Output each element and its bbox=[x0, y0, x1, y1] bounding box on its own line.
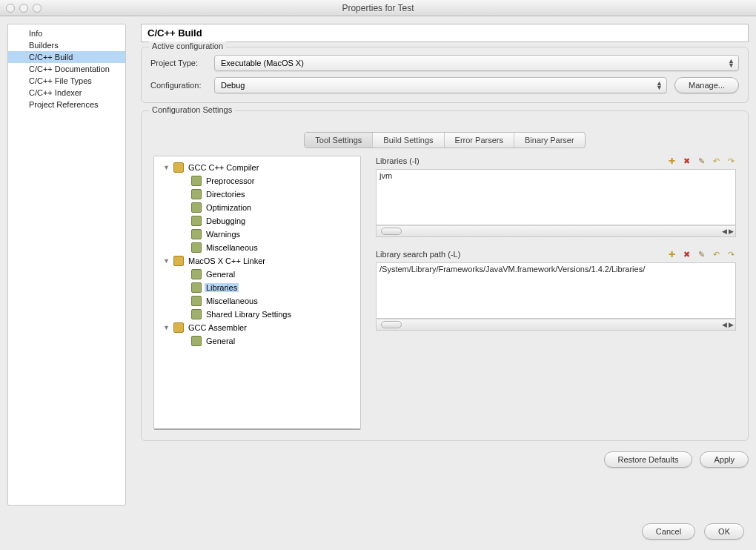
tool-tree[interactable]: ▼GCC C++ CompilerPreprocessorDirectories… bbox=[153, 156, 361, 430]
tab[interactable]: Binary Parser bbox=[514, 133, 585, 148]
tree-option[interactable]: Directories bbox=[157, 188, 357, 201]
settings-tabs[interactable]: Tool SettingsBuild SettingsError Parsers… bbox=[304, 132, 585, 148]
sidebar-item[interactable]: C/C++ File Types bbox=[8, 75, 125, 87]
disclosure-triangle-icon[interactable]: ▼ bbox=[163, 164, 172, 171]
scroll-thumb[interactable] bbox=[381, 228, 402, 235]
delete-icon[interactable]: ✖ bbox=[681, 249, 692, 259]
tree-option[interactable]: Miscellaneous bbox=[157, 294, 357, 308]
zoom-window-icon[interactable] bbox=[33, 4, 42, 13]
tree-tool[interactable]: ▼MacOS X C++ Linker bbox=[157, 254, 357, 268]
project-type-select[interactable]: Executable (MacOS X) ▲▼ bbox=[214, 55, 739, 71]
manage-button[interactable]: Manage... bbox=[674, 77, 739, 93]
sidebar-item[interactable]: Builders bbox=[8, 39, 125, 51]
libpath-scrollbar[interactable]: ◀▶ bbox=[376, 319, 736, 331]
tree-tool[interactable]: ▼GCC C++ Compiler bbox=[157, 161, 357, 174]
cancel-button[interactable]: Cancel bbox=[642, 523, 695, 540]
tree-label: Miscellaneous bbox=[205, 296, 259, 305]
sidebar-item[interactable]: C/C++ Documentation bbox=[8, 63, 125, 75]
move-up-icon[interactable]: ↶ bbox=[711, 156, 721, 166]
project-type-label: Project Type: bbox=[150, 59, 214, 67]
close-window-icon[interactable] bbox=[6, 4, 15, 13]
tree-option[interactable]: Optimization bbox=[157, 201, 357, 214]
window-title: Properties for Test bbox=[342, 3, 414, 13]
add-icon[interactable]: ✚ bbox=[666, 156, 677, 166]
edit-icon[interactable]: ✎ bbox=[696, 249, 706, 259]
option-icon bbox=[191, 202, 202, 213]
option-icon bbox=[191, 216, 202, 226]
configuration-label: Configuration: bbox=[150, 81, 214, 90]
tool-icon bbox=[173, 162, 184, 173]
sidebar-item[interactable]: Info bbox=[8, 27, 125, 39]
tree-label: Libraries bbox=[205, 283, 239, 292]
restore-defaults-button[interactable]: Restore Defaults bbox=[604, 451, 693, 468]
scroll-left-icon[interactable]: ◀ bbox=[722, 228, 727, 235]
tool-icon bbox=[173, 322, 184, 333]
option-icon bbox=[191, 336, 202, 346]
window-controls[interactable] bbox=[6, 4, 42, 13]
option-icon bbox=[191, 296, 202, 306]
active-configuration-group: Active configuration Project Type: Execu… bbox=[141, 47, 749, 103]
scroll-right-icon[interactable]: ▶ bbox=[729, 321, 734, 328]
config-settings-label: Configuration Settings bbox=[149, 105, 235, 114]
apply-button[interactable]: Apply bbox=[700, 451, 749, 468]
sidebar-item[interactable]: C/C++ Build bbox=[8, 51, 125, 63]
add-icon[interactable]: ✚ bbox=[666, 249, 677, 259]
project-type-value: Executable (MacOS X) bbox=[221, 59, 304, 67]
tree-label: Shared Library Settings bbox=[205, 310, 293, 319]
tree-option[interactable]: Libraries bbox=[157, 281, 357, 294]
libpath-list[interactable]: /System/Library/Frameworks/JavaVM.framew… bbox=[376, 262, 736, 319]
tree-option[interactable]: Warnings bbox=[157, 228, 357, 241]
configuration-settings-group: Configuration Settings Tool SettingsBuil… bbox=[141, 110, 749, 441]
libraries-toolbar: ✚ ✖ ✎ ↶ ↷ bbox=[666, 156, 736, 166]
delete-icon[interactable]: ✖ bbox=[681, 156, 692, 166]
option-icon bbox=[191, 309, 202, 319]
edit-icon[interactable]: ✎ bbox=[696, 156, 706, 166]
tree-label: Preprocessor bbox=[205, 176, 256, 185]
tree-label: General bbox=[205, 337, 236, 345]
disclosure-triangle-icon[interactable]: ▼ bbox=[163, 324, 172, 331]
ok-button[interactable]: OK bbox=[704, 523, 744, 540]
category-list[interactable]: InfoBuildersC/C++ BuildC/C++ Documentati… bbox=[7, 24, 126, 506]
disclosure-triangle-icon[interactable]: ▼ bbox=[163, 257, 172, 265]
scroll-thumb[interactable] bbox=[381, 321, 402, 328]
minimize-window-icon[interactable] bbox=[19, 4, 28, 13]
tree-option[interactable]: General bbox=[157, 334, 357, 348]
updown-icon: ▲▼ bbox=[656, 81, 662, 90]
tree-label: GCC C++ Compiler bbox=[187, 163, 260, 172]
tool-icon bbox=[173, 256, 184, 266]
move-up-icon[interactable]: ↶ bbox=[711, 249, 721, 259]
libraries-scrollbar[interactable]: ◀▶ bbox=[376, 225, 736, 237]
tree-option[interactable]: Shared Library Settings bbox=[157, 308, 357, 321]
tab[interactable]: Tool Settings bbox=[305, 133, 373, 148]
tree-option[interactable]: Debugging bbox=[157, 214, 357, 228]
configuration-select[interactable]: Debug ▲▼ bbox=[214, 77, 667, 93]
tab[interactable]: Build Settings bbox=[373, 133, 444, 148]
libraries-header: Libraries (-l) bbox=[376, 156, 420, 165]
option-icon bbox=[191, 242, 202, 253]
sidebar-item[interactable]: C/C++ Indexer bbox=[8, 87, 125, 99]
sidebar-item[interactable]: Project References bbox=[8, 99, 125, 110]
move-down-icon[interactable]: ↷ bbox=[726, 156, 736, 166]
option-icon bbox=[191, 176, 202, 186]
active-config-label: Active configuration bbox=[149, 42, 226, 50]
tree-option[interactable]: General bbox=[157, 268, 357, 281]
move-down-icon[interactable]: ↷ bbox=[726, 249, 736, 259]
tree-option[interactable]: Miscellaneous bbox=[157, 241, 357, 254]
tab[interactable]: Error Parsers bbox=[445, 133, 514, 148]
updown-icon: ▲▼ bbox=[728, 59, 734, 67]
tree-option[interactable]: Preprocessor bbox=[157, 174, 357, 188]
tree-tool[interactable]: ▼GCC Assembler bbox=[157, 321, 357, 334]
libpath-toolbar: ✚ ✖ ✎ ↶ ↷ bbox=[666, 249, 736, 259]
configuration-value: Debug bbox=[221, 81, 245, 90]
titlebar: Properties for Test bbox=[0, 0, 756, 16]
list-item[interactable]: jvm bbox=[379, 171, 732, 180]
libraries-list[interactable]: jvm bbox=[376, 169, 736, 225]
option-icon bbox=[191, 269, 202, 279]
list-item[interactable]: /System/Library/Frameworks/JavaVM.framew… bbox=[379, 265, 732, 274]
page-title: C/C++ Build bbox=[141, 24, 749, 42]
tree-label: GCC Assembler bbox=[187, 323, 248, 332]
scroll-right-icon[interactable]: ▶ bbox=[729, 228, 734, 235]
tree-label: Warnings bbox=[205, 230, 242, 239]
scroll-left-icon[interactable]: ◀ bbox=[722, 321, 727, 328]
tree-label: Optimization bbox=[205, 203, 253, 212]
